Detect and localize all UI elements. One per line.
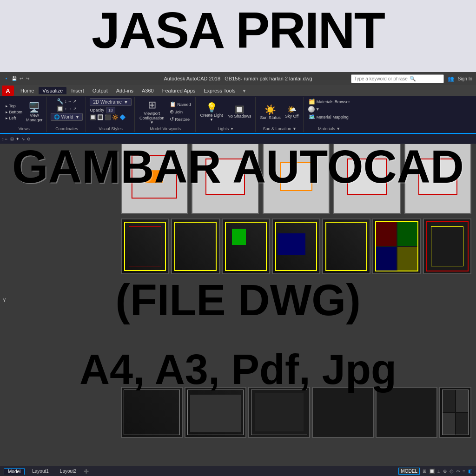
tab-express[interactable]: Express Tools xyxy=(200,87,239,94)
visual-styles-group-label: Visual Styles xyxy=(99,126,123,131)
join-btn[interactable]: ⊕ Join xyxy=(168,108,192,115)
viewport-config-btn[interactable]: ⊞ ViewportConfiguration ▼ xyxy=(139,98,165,126)
autocad-ui: 🔹 💾 ↩ ↪ Autodesk AutoCAD 2018 GB156- rum… xyxy=(0,72,476,144)
lights-group-label: Lights ▼ xyxy=(218,126,233,131)
view-bottom[interactable]: ▸ Bottom xyxy=(5,109,23,115)
sheet-b4 xyxy=(312,387,374,438)
menu-tabs: A Home Visualize Insert Output Add-ins A… xyxy=(0,85,476,96)
ribbon-group-viewports: ⊞ ViewportConfiguration ▼ 📋 Named ⊕ Join… xyxy=(136,97,196,132)
model-tab[interactable]: Model xyxy=(4,468,25,475)
jasa-print-heading: JASA PRINT xyxy=(0,5,476,56)
floorplan-5 xyxy=(322,218,370,274)
sky-off-btn[interactable]: 🌤️ Sky Off xyxy=(284,104,300,119)
sheet-b6 xyxy=(439,387,471,438)
tab-insert[interactable]: Insert xyxy=(67,87,88,94)
title-bar-text: Autodesk AutoCAD 2018 GB156- rumah pak h… xyxy=(164,76,312,81)
title-bar-right: Type a keyword or phrase 🔍 👥 Sign In xyxy=(351,74,472,83)
floorplan-2 xyxy=(171,218,219,274)
view-manager-btn[interactable]: 🖥️ ViewManager xyxy=(25,101,44,123)
tab-addins[interactable]: Add-ins xyxy=(112,87,137,94)
tab-home[interactable]: Home xyxy=(17,87,38,94)
materials-group-label: Materials ▼ xyxy=(318,126,340,131)
restore-btn[interactable]: ↺ Restore xyxy=(168,116,192,123)
ortho-icon[interactable]: ⟂ xyxy=(437,469,440,474)
visual-btn-1[interactable]: 🔲 xyxy=(90,114,96,120)
tab-expand[interactable]: ▼ xyxy=(242,88,247,93)
sheet-b5 xyxy=(376,387,437,438)
named-btn[interactable]: 📋 Named xyxy=(168,101,192,108)
views-group-label: Views xyxy=(19,126,30,131)
osnap-icon[interactable]: ◎ xyxy=(450,469,454,474)
view-left[interactable]: ▸ Left xyxy=(5,115,23,121)
ribbon-group-materials: 🗂️ Materials Browser ▼ 🗺️ Material Mappi… xyxy=(304,97,354,132)
sheet-b1 xyxy=(121,387,183,438)
viewports-group-label: Model Viewports xyxy=(150,126,181,131)
visual-btn-2[interactable]: 🔳 xyxy=(97,114,104,120)
snap-icon[interactable]: 🔲 xyxy=(429,469,435,474)
views-list: ▸ Top ▸ Bottom ▸ Left xyxy=(5,103,23,121)
view-top[interactable]: ▸ Top xyxy=(5,103,23,109)
world-dropdown[interactable]: 🌐 World ▼ xyxy=(51,113,83,121)
floorplan-1 xyxy=(121,218,169,274)
sheet-b2 xyxy=(185,387,246,438)
visual-style-dropdown[interactable]: 2D Wireframe ▼ xyxy=(90,98,132,106)
visual-btn-3[interactable]: ⬛ xyxy=(105,114,111,120)
model-indicator: MODEL xyxy=(398,468,420,475)
sun-group-label: Sun & Location ▼ xyxy=(263,126,296,131)
sheet-b3 xyxy=(248,387,310,438)
opacity-control[interactable]: 10 xyxy=(106,107,115,113)
gambar-autocad-heading: GAMBAR AUTOCAD xyxy=(0,143,476,190)
floorplan-4 xyxy=(272,218,320,274)
lineweight-icon[interactable]: ≡ xyxy=(463,469,465,474)
ribbon: ▸ Top ▸ Bottom ▸ Left 🖥️ ViewManager Vie… xyxy=(0,96,476,134)
ribbon-group-visual-styles: 2D Wireframe ▼ Opacity 10 🔲 🔳 ⬛ 🔆 🔷 xyxy=(87,97,135,132)
search-box[interactable]: Type a keyword or phrase 🔍 xyxy=(351,74,444,83)
viewport-sub-group: 📋 Named ⊕ Join ↺ Restore xyxy=(168,101,192,123)
polar-icon[interactable]: ⊕ xyxy=(443,469,447,474)
autocad-logo: A xyxy=(2,86,14,96)
status-right: MODEL ⊞ 🔲 ⟂ ⊕ ◎ ∞ ≡ ◧ xyxy=(398,468,472,475)
sun-status-btn[interactable]: ☀️ Sun Status xyxy=(259,103,282,121)
visual-btn-5[interactable]: 🔷 xyxy=(119,114,126,120)
ribbon-group-views: ▸ Top ▸ Bottom ▸ Left 🖥️ ViewManager Vie… xyxy=(2,97,47,132)
file-dwg-heading: (FILE DWG) xyxy=(0,278,476,322)
ribbon-group-sun: ☀️ Sun Status 🌤️ Sky Off Sun & Location … xyxy=(257,97,304,132)
ribbon-group-lights: 💡 Create Light ▼ 🔲 No Shadows Lights ▼ xyxy=(197,97,256,132)
status-bar: Model Layout1 Layout2 ➕ MODEL ⊞ 🔲 ⟂ ⊕ ◎ … xyxy=(0,466,476,476)
floorplan-7 xyxy=(423,218,471,274)
coordinates-group-label: Coordinates xyxy=(55,126,78,131)
floorplan-3 xyxy=(222,218,270,274)
tab-a360[interactable]: A360 xyxy=(138,87,158,94)
material-mapping-btn[interactable]: 🗺️ Material Mapping xyxy=(307,113,350,120)
layout1-tab[interactable]: Layout1 xyxy=(28,468,53,474)
layout2-tab[interactable]: Layout2 xyxy=(56,468,80,474)
materials-browser-btn[interactable]: 🗂️ Materials Browser xyxy=(307,98,351,105)
visual-btn-4[interactable]: 🔆 xyxy=(112,114,119,120)
tab-output[interactable]: Output xyxy=(89,87,112,94)
add-tab-btn[interactable]: ➕ xyxy=(84,469,89,474)
tab-visualize[interactable]: Visualize xyxy=(39,87,66,94)
tab-featured[interactable]: Featured Apps xyxy=(159,87,199,94)
expand-icon[interactable]: ◧ xyxy=(468,469,472,474)
no-shadows-btn[interactable]: 🔲 No Shadows xyxy=(227,104,252,119)
otrack-icon[interactable]: ∞ xyxy=(456,469,460,474)
grid-icon[interactable]: ⊞ xyxy=(423,469,426,474)
floorplan-6 xyxy=(372,218,421,274)
title-bar: 🔹 💾 ↩ ↪ Autodesk AutoCAD 2018 GB156- rum… xyxy=(0,72,476,85)
create-light-btn[interactable]: 💡 Create Light ▼ xyxy=(199,101,224,123)
ribbon-group-coordinates: 🔧 ↕ ↔ ↗ 🔲 ↕ ↔ ↗ 🌐 World ▼ Coordinates xyxy=(48,97,86,132)
format-heading: A4, A3, Pdf, Jpg xyxy=(0,349,476,390)
